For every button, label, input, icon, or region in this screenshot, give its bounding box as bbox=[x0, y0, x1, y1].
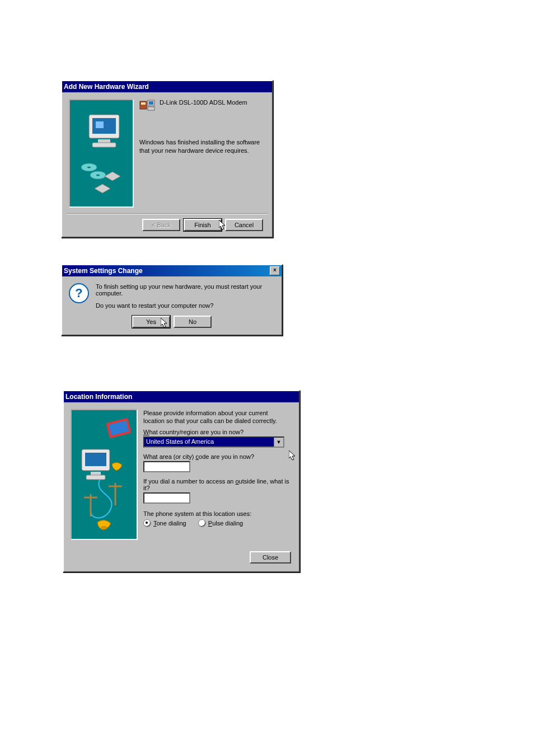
location-titlebar: Location Information bbox=[64, 391, 299, 402]
device-name: D-Link DSL-100D ADSL Modem bbox=[160, 99, 247, 106]
location-intro: Please provide information about your cu… bbox=[143, 409, 289, 425]
system-settings-change-dialog: System Settings Change × ? To finish set… bbox=[61, 264, 283, 336]
svg-rect-13 bbox=[141, 102, 146, 105]
wizard-banner bbox=[69, 99, 134, 208]
close-icon[interactable]: × bbox=[270, 266, 280, 275]
restart-line1: To finish setting up your new hardware, … bbox=[96, 283, 274, 297]
cancel-button[interactable]: Cancel bbox=[225, 219, 263, 231]
restart-button-row: Yes No bbox=[62, 311, 282, 335]
pulse-dialing-label: Pulse dialing bbox=[208, 520, 243, 527]
svg-point-9 bbox=[96, 175, 100, 176]
svg-rect-25 bbox=[86, 475, 105, 480]
add-hardware-wizard-dialog: Add New Hardware Wizard bbox=[61, 80, 273, 238]
pulse-dialing-radio[interactable]: Pulse dialing bbox=[198, 519, 243, 527]
outside-line-label: If you dial a number to access an outsid… bbox=[143, 478, 292, 491]
radio-dot-checked-icon bbox=[143, 519, 151, 527]
svg-rect-4 bbox=[98, 139, 110, 143]
area-code-label: What area (or city) code are you in now? bbox=[143, 453, 292, 460]
restart-line2: Do you want to restart your computer now… bbox=[96, 302, 274, 309]
wizard-titlebar: Add New Hardware Wizard bbox=[62, 81, 272, 92]
restart-title: System Settings Change bbox=[64, 267, 143, 275]
question-icon: ? bbox=[69, 283, 89, 303]
device-icon bbox=[139, 99, 155, 114]
svg-rect-16 bbox=[148, 107, 154, 110]
phone-system-label: The phone system at this location uses: bbox=[143, 510, 292, 517]
svg-rect-24 bbox=[91, 472, 101, 475]
country-select[interactable]: United States of America ▼ bbox=[143, 436, 284, 448]
svg-rect-3 bbox=[96, 121, 104, 128]
svg-rect-15 bbox=[149, 101, 153, 105]
svg-rect-5 bbox=[92, 143, 116, 147]
wizard-message: Windows has finished installing the soft… bbox=[139, 138, 263, 155]
wizard-title: Add New Hardware Wizard bbox=[64, 83, 149, 91]
area-code-input[interactable] bbox=[143, 461, 190, 472]
radio-dot-icon bbox=[198, 519, 206, 527]
outside-line-input[interactable] bbox=[143, 492, 190, 504]
location-information-dialog: Location Information bbox=[63, 390, 300, 572]
restart-titlebar: System Settings Change × bbox=[62, 265, 282, 276]
yes-button[interactable]: Yes bbox=[132, 316, 170, 328]
wizard-button-row: < Back Finish Cancel bbox=[62, 214, 272, 237]
tone-dialing-label: Tone dialing bbox=[153, 520, 186, 527]
svg-point-30 bbox=[101, 526, 107, 529]
svg-rect-23 bbox=[85, 453, 106, 466]
svg-point-7 bbox=[87, 167, 91, 168]
location-title: Location Information bbox=[65, 393, 132, 401]
finish-button[interactable]: Finish bbox=[184, 219, 222, 231]
back-button: < Back bbox=[142, 219, 180, 231]
country-value: United States of America bbox=[144, 438, 274, 447]
location-button-row: Close bbox=[64, 542, 299, 571]
close-button[interactable]: Close bbox=[250, 551, 291, 564]
tone-dialing-radio[interactable]: Tone dialing bbox=[143, 519, 186, 527]
location-banner bbox=[71, 409, 138, 540]
no-button[interactable]: No bbox=[174, 316, 212, 328]
country-label: What country/region are you in now? bbox=[143, 429, 292, 435]
chevron-down-icon[interactable]: ▼ bbox=[274, 438, 283, 447]
